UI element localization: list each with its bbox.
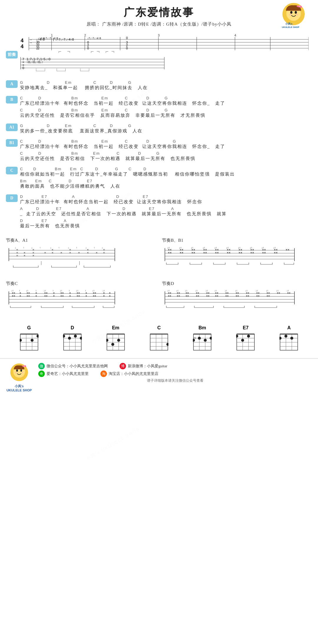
svg-text:⌐: ⌐ <box>105 49 109 54</box>
intro-label: 前奏 <box>6 51 18 59</box>
svg-text:3: 3 <box>158 34 160 37</box>
rhythm-B-B1: 节奏B、B1 ×× ×× ×× ×× ×× ×× ×× ×× ×× ×× ×× … <box>162 238 312 275</box>
rhythm-D: 节奏D ×× ×× ×× ×× ×× ×× ×× ×× ×× ×× ×× ×× … <box>162 281 312 318</box>
svg-text:××: ×× <box>12 294 15 298</box>
svg-text:↑: ↑ <box>23 246 24 249</box>
svg-point-297 <box>236 335 238 338</box>
svg-point-299 <box>241 339 244 342</box>
svg-text:0: 0 <box>126 46 128 50</box>
svg-text:×: × <box>52 251 53 254</box>
footer-taobao: 淘 淘宝店：小小凤的尤克里里店 <box>100 371 158 377</box>
svg-text:××: ×× <box>250 251 254 254</box>
rhythm-C-label: 节奏C <box>6 281 156 286</box>
svg-text:↓↑: ↓↑ <box>26 289 28 292</box>
svg-rect-239 <box>20 334 38 350</box>
footer-logo-text: 小凤'sUKULELE SHOP <box>6 384 32 392</box>
svg-text:└──┘: └──┘ <box>79 69 91 73</box>
svg-text:¬: ¬ <box>111 49 115 54</box>
footer-row-2: 奇 爱奇艺：小小凤尤克里里 淘 淘宝店：小小凤的尤克里里店 <box>38 371 312 377</box>
svg-point-269 <box>117 339 120 342</box>
svg-text:4: 4 <box>21 44 24 49</box>
section-B1-content: C D Bm Em C D G 广东已经漂泊十年 有时也怀念 当初一起 经已改变… <box>20 139 312 163</box>
svg-text:↓↑: ↓↑ <box>214 289 217 292</box>
svg-text:××: ×× <box>168 294 171 298</box>
svg-point-6 <box>299 6 301 7</box>
svg-text:↓↑: ↓↑ <box>273 246 276 249</box>
svg-text:⌐: ⌐ <box>58 49 62 54</box>
svg-text:↓↑: ↓↑ <box>195 289 198 292</box>
svg-text:└──┘: └──┘ <box>35 69 47 73</box>
svg-text:×: × <box>24 254 25 257</box>
svg-text:⌐: ⌐ <box>91 49 94 54</box>
svg-text:××: ×× <box>168 251 172 254</box>
svg-text:4: 4 <box>234 34 236 37</box>
section-B1-chords-2: C D Bm Em C D G <box>20 151 312 156</box>
svg-text:↓↑: ↓↑ <box>11 289 14 292</box>
svg-point-315 <box>21 372 23 373</box>
chord-Em-diagram: Em <box>106 325 125 352</box>
svg-text:××: ×× <box>238 251 242 254</box>
svg-text:0: 0 <box>126 36 128 40</box>
taobao-icon: 淘 <box>100 371 107 377</box>
section-B-content: C D Bm Em C D G 广东已经漂泊十年 有时也怀念 当初一起 经已改变… <box>20 96 312 120</box>
svg-text:↓↑: ↓↑ <box>238 246 241 249</box>
footer-taobao-label: 淘宝店：小小凤的尤克里里店 <box>109 371 158 376</box>
section-A-lyrics: 安静地离去_ 和孤单一起 拥挤的回忆_时间抹去 人在 <box>20 85 312 91</box>
svg-text:↓↑: ↓↑ <box>203 246 205 249</box>
svg-rect-270 <box>150 334 168 350</box>
svg-text:×: × <box>32 254 34 257</box>
song-title: 广东爱情故事 <box>0 5 318 20</box>
svg-point-2 <box>290 11 293 14</box>
section-D: D D E7 A D E7 广东已经漂泊十年 有时也怀念当初一起 经已改变 让这… <box>0 192 318 232</box>
section-A: A G D Em C D G 安静地离去_ 和孤单一起 拥挤的回忆_时间抹去 人… <box>0 78 318 94</box>
weibo-icon: 博 <box>120 363 126 369</box>
footer-wechat: 微 微信公众号：小小凤尤克里里吉他网 <box>38 363 108 369</box>
svg-text:↓7↓↑7↓↑4↑8: ↓7↓↑7↓↑4↑8 <box>87 37 101 40</box>
svg-text:××: ×× <box>44 294 48 298</box>
svg-text:×: × <box>103 251 105 254</box>
chord-A-name: A <box>287 325 291 331</box>
section-B1-lyrics-1: 广东已经漂泊十年 有时也怀念 当初一起 经已改变 让这天空将你我相连 怀念你_ … <box>20 144 312 149</box>
svg-rect-290 <box>237 334 254 350</box>
section-D-chords-1: D E7 A D E7 <box>20 194 312 199</box>
svg-point-4 <box>289 14 292 15</box>
footer-logo: 小凤'sUKULELE SHOP <box>6 363 32 392</box>
svg-text:↓: ↓ <box>85 246 87 249</box>
svg-text:××: ×× <box>246 294 249 298</box>
svg-point-247 <box>31 339 34 342</box>
svg-text:××: ×× <box>26 294 30 298</box>
svg-text:↑0↓↑0↓↑0↓↑: ↑0↓↑0↓↑0↓↑ <box>26 60 43 64</box>
section-A1: A1 G D Em C D G 笑的多一些_改变要彻底 直面这世界_真假游戏 人… <box>0 121 318 137</box>
svg-text:¬: ¬ <box>67 49 70 54</box>
svg-text:××: ×× <box>256 294 260 298</box>
svg-text:↑: ↑ <box>39 246 41 249</box>
svg-point-3 <box>295 11 297 14</box>
section-D-content: D E7 A D E7 广东已经漂泊十年 有时也怀念当初一起 经已改变 让这天空… <box>20 194 312 231</box>
svg-text:××: ×× <box>196 294 199 298</box>
section-A1-chords: G D Em C D G <box>20 124 312 128</box>
svg-point-246 <box>37 335 39 338</box>
svg-rect-260 <box>107 334 125 350</box>
svg-text:××: ×× <box>215 294 218 298</box>
svg-point-277 <box>166 343 168 346</box>
svg-text:↓↑: ↓↑ <box>235 289 237 292</box>
svg-text:↓↑: ↓↑ <box>225 289 227 292</box>
svg-point-307 <box>279 337 281 340</box>
header: 小凤's UKULELE SHOP 广东爱情故事 原唱： 广东雨神 /原调：D转… <box>0 0 318 31</box>
svg-text:×: × <box>53 294 55 298</box>
svg-text:××: ×× <box>77 294 80 298</box>
svg-point-314 <box>15 372 17 373</box>
svg-text:↓: ↓ <box>102 246 103 249</box>
section-C-lyrics-1: 相信你就如当初一起 行过广东这十_年幸福走了 嗯嗯感慨那当初 相信你哪怕坚强 是… <box>20 171 312 177</box>
section-D-lyrics-1: 广东已经漂泊十年 有时也怀念当初一起 经已改变 让这天空将你我相连 怀念你 <box>20 199 312 205</box>
svg-text:↓↑: ↓↑ <box>185 289 187 292</box>
svg-text:0: 0 <box>87 46 89 50</box>
section-C-chords-1: C D Bm Em C D G C D <box>20 167 312 171</box>
section-B1-chords-1: C D Bm Em C D G <box>20 139 312 144</box>
section-C-label: C <box>6 167 18 174</box>
intro-tab-notation: 4 4 - ↓↑4↑8 | ↓↑7↓↑7↓↑4↑8 - 2 2 2 <box>20 31 312 78</box>
svg-text:××: ×× <box>225 294 229 298</box>
svg-point-5 <box>296 14 298 15</box>
svg-text:↓↑: ↓↑ <box>191 246 193 249</box>
svg-text:↓↑4↑8: ↓↑4↑8 <box>38 37 45 40</box>
